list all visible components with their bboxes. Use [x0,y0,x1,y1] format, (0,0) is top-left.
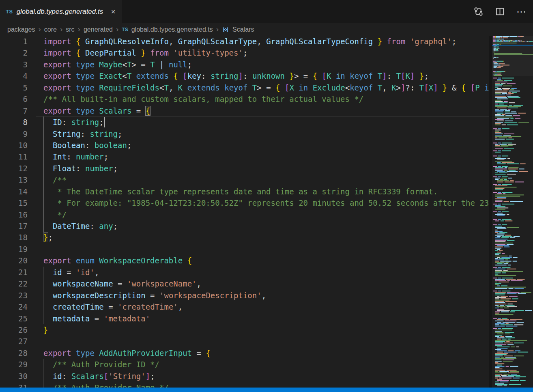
line-number: 22 [0,278,28,289]
code-line[interactable]: 2import { DeepPartial } from 'utility-ty… [0,47,489,58]
code-text: String: string; [43,128,123,140]
code-line[interactable]: 14 * The DateTime scalar type represents… [0,186,489,197]
code-line[interactable]: 16 */ [0,209,489,220]
line-number: 31 [0,382,28,388]
code-line[interactable]: 12 Float: number; [0,163,489,174]
code-text: export enum WorkspaceOrderable { [43,255,192,266]
line-number: 4 [0,70,28,82]
code-text: export type Scalars = { [43,105,150,116]
code-line[interactable]: 30 id: Scalars['String']; [0,370,489,382]
code-line[interactable]: 26} [0,324,489,336]
line-number: 14 [0,186,28,197]
line-number: 21 [0,267,28,278]
code-text: export type RequireFields<T, K extends k… [43,82,489,93]
close-tab-icon[interactable]: ✕ [110,8,117,16]
code-line[interactable]: 28export type AddAuthProviderInput = { [0,347,489,359]
code-line[interactable]: 8 ID: string; [0,116,489,128]
line-number: 15 [0,197,28,209]
code-text: export type Exact<T extends { [key: stri… [43,70,429,82]
chevron-right-icon: › [39,25,41,33]
code-line[interactable]: 3export type Maybe<T> = T | null; [0,59,489,70]
code-line[interactable]: 4export type Exact<T extends { [key: str… [0,70,489,82]
code-text: id = 'id', [43,267,99,278]
tab-global-db-types-generated[interactable]: TS global.db.types.generated.ts ✕ [0,0,122,23]
minimap[interactable] [492,36,533,388]
code-line[interactable]: 25 metadata = 'metadata' [0,313,489,324]
chevron-right-icon: › [216,25,219,33]
line-number: 9 [0,128,28,140]
code-line[interactable]: 20export enum WorkspaceOrderable { [0,255,489,266]
line-number: 1 [0,36,28,47]
code-editor[interactable]: 1import { GraphQLResolveInfo, GraphQLSca… [0,36,489,388]
breadcrumb-item-packages[interactable]: packages [7,26,35,33]
line-number: 23 [0,290,28,301]
editor-tab-bar: TS global.db.types.generated.ts ✕ [0,0,533,23]
code-line[interactable]: 27 [0,336,489,347]
chevron-right-icon: › [78,25,80,33]
split-editor-icon[interactable] [494,6,505,17]
code-line[interactable]: 9 String: string; [0,128,489,140]
code-text: createdTime = 'createdTime', [43,301,183,312]
breadcrumb: packages › core › src › generated › TS g… [0,23,533,36]
status-bar [0,388,533,392]
code-text: import { GraphQLResolveInfo, GraphQLScal… [43,36,456,47]
breadcrumb-item-core[interactable]: core [44,26,57,33]
editor-actions: ⋯ [473,0,533,23]
line-number: 5 [0,82,28,93]
code-line[interactable]: 6/** All built-in and custom scalars, ma… [0,93,489,105]
code-text: /** All built-in and custom scalars, map… [43,93,363,105]
breadcrumb-item-src[interactable]: src [66,26,74,33]
code-line[interactable]: 15 * For example: "1985-04-12T23:20:50.5… [0,197,489,209]
code-line[interactable]: 22 workspaceName = 'workspaceName', [0,278,489,289]
code-line[interactable]: 5export type RequireFields<T, K extends … [0,82,489,93]
code-line[interactable]: 31 /** Auth Provider Name */ [0,382,489,388]
code-line[interactable]: 10 Boolean: boolean; [0,140,489,151]
line-number: 10 [0,140,28,151]
code-line[interactable]: 11 Int: number; [0,151,489,162]
code-line[interactable]: 24 createdTime = 'createdTime', [0,301,489,312]
code-text: workspaceDescription = 'workspaceDescrip… [43,290,266,301]
line-number: 6 [0,93,28,105]
code-text: * For example: "1985-04-12T23:20:50.52Z"… [43,197,489,209]
code-line[interactable]: 17 DateTime: any; [0,220,489,232]
code-line[interactable]: 7export type Scalars = { [0,105,489,116]
line-number: 30 [0,370,28,382]
code-line[interactable]: 29 /** Auth Provider ID */ [0,359,489,370]
line-number: 11 [0,151,28,162]
code-text: workspaceName = 'workspaceName', [43,278,201,289]
breadcrumb-item-file[interactable]: global.db.types.generated.ts [131,26,213,33]
code-line[interactable]: 19 [0,243,489,255]
line-number: 25 [0,313,28,324]
code-text: import { DeepPartial } from 'utility-typ… [43,47,247,58]
line-number: 26 [0,324,28,336]
code-text: }; [43,232,53,243]
open-changes-icon[interactable] [473,6,484,17]
tab-title: global.db.types.generated.ts [17,8,103,16]
line-number: 18 [0,232,28,243]
code-text: */ [43,209,67,220]
code-text: /** [43,174,67,185]
code-line[interactable]: 21 id = 'id', [0,267,489,278]
code-text: DateTime: any; [43,220,118,232]
more-actions-icon[interactable]: ⋯ [516,6,527,17]
code-text: id: Scalars['String']; [43,370,155,382]
line-number: 29 [0,359,28,370]
code-text: } [43,324,48,336]
code-text: * The DateTime scalar type represents da… [43,186,438,197]
code-line[interactable]: 13 /** [0,174,489,185]
line-number: 24 [0,301,28,312]
breadcrumb-item-symbol[interactable]: Scalars [232,26,254,33]
code-text: Int: number; [43,151,108,162]
breadcrumb-item-generated[interactable]: generated [84,26,113,33]
code-line[interactable]: 23 workspaceDescription = 'workspaceDesc… [0,290,489,301]
code-line[interactable]: 18}; [0,232,489,243]
code-text: Boolean: boolean; [43,140,131,151]
code-text: /** Auth Provider Name */ [43,382,169,388]
code-text: export type AddAuthProviderInput = { [43,347,211,359]
symbol-object-icon [222,26,229,33]
typescript-file-icon: TS [122,27,128,32]
scrollbar-gutter[interactable] [489,36,492,388]
code-text: ID: string; [43,116,104,128]
code-line[interactable]: 1import { GraphQLResolveInfo, GraphQLSca… [0,36,489,47]
code-text: metadata = 'metadata' [43,313,150,324]
